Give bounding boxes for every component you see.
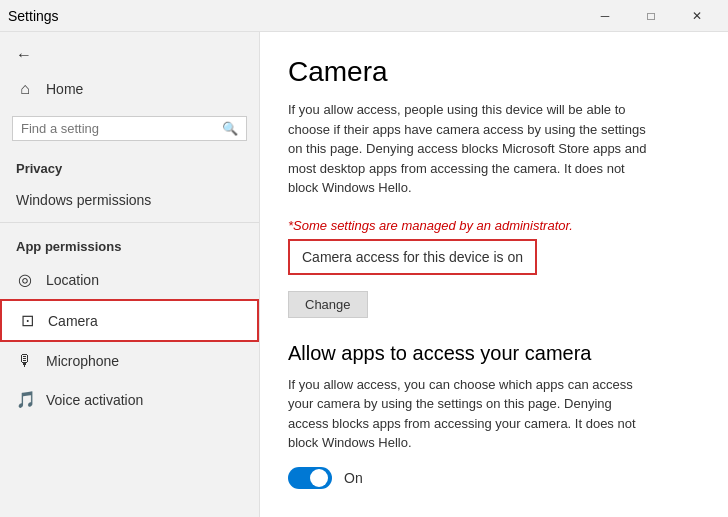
titlebar-left: Settings [8,8,59,24]
search-icon: 🔍 [222,121,238,136]
camera-icon: ⊡ [18,311,36,330]
windows-permissions-label: Windows permissions [16,192,151,208]
device-access-status-text: Camera access for this device is on [302,249,523,265]
sidebar-item-microphone[interactable]: 🎙 Microphone [0,342,259,380]
sidebar-item-location[interactable]: ◎ Location [0,260,259,299]
close-button[interactable]: ✕ [674,0,720,32]
content-description: If you allow access, people using this d… [288,100,648,198]
location-icon: ◎ [16,270,34,289]
sidebar-item-voice-activation[interactable]: 🎵 Voice activation [0,380,259,419]
toggle-row: On [288,467,700,489]
home-icon: ⌂ [16,80,34,98]
search-input[interactable] [21,121,216,136]
microphone-icon: 🎙 [16,352,34,370]
sidebar-microphone-label: Microphone [46,353,119,369]
titlebar-title: Settings [8,8,59,24]
minimize-button[interactable]: ─ [582,0,628,32]
sidebar-item-home[interactable]: ⌂ Home [0,70,259,108]
admin-notice: *Some settings are managed by an adminis… [288,218,700,233]
sidebar-home-label: Home [46,81,83,97]
toggle-label: On [344,470,363,486]
page-title: Camera [288,56,700,88]
back-button[interactable]: ← [0,40,259,70]
back-icon: ← [16,46,32,64]
sidebar-location-label: Location [46,272,99,288]
content-area: Camera If you allow access, people using… [260,32,728,517]
maximize-button[interactable]: □ [628,0,674,32]
voice-icon: 🎵 [16,390,34,409]
titlebar: Settings ─ □ ✕ [0,0,728,32]
sidebar: ← ⌂ Home 🔍 Privacy Windows permissions A… [0,32,260,517]
sidebar-divider [0,222,259,223]
change-button[interactable]: Change [288,291,368,318]
sidebar-voice-label: Voice activation [46,392,143,408]
sidebar-search-box[interactable]: 🔍 [12,116,247,141]
camera-access-toggle[interactable] [288,467,332,489]
device-access-status-box: Camera access for this device is on [288,239,537,275]
sidebar-item-windows-permissions[interactable]: Windows permissions [0,182,259,218]
allow-apps-title: Allow apps to access your camera [288,342,700,365]
allow-apps-description: If you allow access, you can choose whic… [288,375,648,453]
sidebar-camera-label: Camera [48,313,98,329]
app-layout: ← ⌂ Home 🔍 Privacy Windows permissions A… [0,32,728,517]
app-permissions-section-label: App permissions [0,227,259,260]
sidebar-item-camera[interactable]: ⊡ Camera [0,299,259,342]
titlebar-controls: ─ □ ✕ [582,0,720,32]
privacy-section-label: Privacy [0,149,259,182]
